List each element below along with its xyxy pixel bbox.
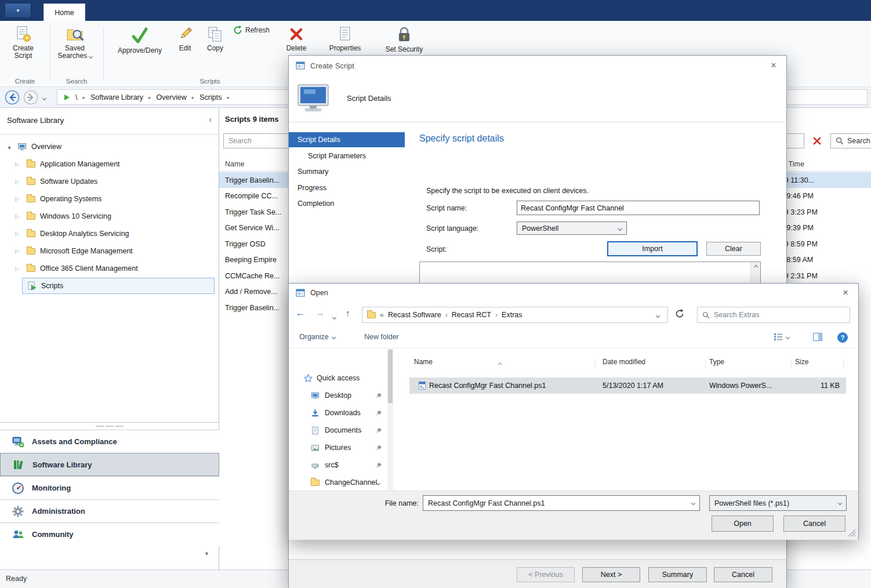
dialog-titlebar[interactable]: Create Script [289,56,786,75]
tree-collapsed-icon[interactable]: ▷ [15,213,23,219]
search-input[interactable] [714,311,830,319]
new-folder-button[interactable]: New folder [364,333,399,341]
open-button[interactable]: Open [712,516,774,532]
tree-collapsed-icon[interactable]: ▷ [15,161,23,167]
nav-src-share[interactable]: src$ [289,458,387,473]
column-divider[interactable] [705,360,706,369]
address-breadcrumb[interactable]: « Recast Software › Recast RCT › Extras [362,307,668,323]
tree-item-microsoft-edge-management[interactable]: ▷ Microsoft Edge Management [0,242,219,260]
search-button[interactable]: Search [830,133,871,148]
file-name-combobox[interactable]: Recast ConfigMgr Fast Channel.ps1 [423,495,700,511]
cancel-button[interactable]: Cancel [714,567,772,582]
breadcrumb-scripts[interactable]: Scripts [199,93,222,101]
tree-item-windows-10-servicing[interactable]: ▷ Windows 10 Servicing [0,208,219,225]
wizard-step-script-parameters[interactable]: Script Parameters [289,148,405,164]
column-header-name[interactable]: Name [414,358,433,371]
breadcrumb-overview[interactable]: Overview [157,93,187,101]
breadcrumb-recast-rct[interactable]: Recast RCT [452,311,491,319]
set-security-button[interactable]: Set Security [380,26,428,53]
previous-button[interactable]: < Previous [517,567,575,582]
recent-locations-button[interactable] [333,313,336,321]
clear-search-button[interactable] [808,133,826,148]
nav-quick-access[interactable]: Quick access [289,371,387,386]
column-header-type[interactable]: Type [709,358,724,371]
column-divider[interactable] [843,360,844,369]
wizard-step-completion[interactable]: Completion [289,196,405,211]
properties-button[interactable]: Properties [326,26,364,52]
nav-assets-and-compliance[interactable]: Assets and Compliance [0,430,219,453]
nav-pane-scrollbar[interactable] [387,349,393,491]
nav-documents[interactable]: Documents [289,423,387,438]
tree-collapsed-icon[interactable]: ▷ [15,179,23,184]
wizard-step-progress[interactable]: Progress [289,180,405,195]
back-button[interactable]: ← [296,308,305,318]
back-button[interactable] [5,90,20,105]
refresh-button[interactable]: Refresh [233,26,270,35]
column-divider[interactable] [791,360,792,369]
nav-pictures[interactable]: Pictures [289,440,387,455]
close-button[interactable]: × [761,56,786,75]
tree-collapsed-icon[interactable]: ▷ [15,266,23,271]
forward-button[interactable] [23,90,38,105]
saved-searches-button[interactable]: Saved Searches [53,26,96,60]
wizard-step-summary[interactable]: Summary [289,164,405,179]
tree-item-software-updates[interactable]: ▷ Software Updates [0,173,219,190]
tree-expanded-icon[interactable]: ▼ [6,143,15,151]
tree-item-office-365-client-management[interactable]: ▷ Office 365 Client Management [0,260,219,277]
script-name-input[interactable] [517,201,760,215]
breadcrumb-extras[interactable]: Extras [502,311,522,319]
breadcrumb-root[interactable]: \ [75,93,77,101]
tree-item-desktop-analytics-servicing[interactable]: ▷ Desktop Analytics Servicing [0,225,219,242]
tree-collapsed-icon[interactable]: ▷ [15,231,23,237]
view-mode-button[interactable] [774,333,789,341]
approve-deny-button[interactable]: Approve/Deny [112,26,167,55]
column-header-name[interactable]: Name [225,160,244,168]
tree-item-application-management[interactable]: ▷ Application Management [0,155,219,173]
nav-monitoring[interactable]: Monitoring [0,476,219,499]
nav-desktop[interactable]: Desktop [289,388,387,403]
tree-item-overview[interactable]: ▼ Overview [0,138,219,155]
breadcrumb-overflow-icon[interactable]: « [380,311,384,319]
file-row[interactable]: Recast ConfigMgr Fast Channel.ps1 5/13/2… [409,378,846,394]
nav-software-library[interactable]: Software Library [0,453,219,476]
tree-item-scripts[interactable]: Scripts [22,278,215,294]
tree-item-operating-systems[interactable]: ▷ Operating Systems [0,190,219,208]
address-dropdown-button[interactable] [656,311,659,319]
wizard-step-script-details[interactable]: Script Details [289,132,405,147]
help-button[interactable]: ? [837,332,848,343]
clear-button[interactable]: Clear [706,242,761,256]
nav-community[interactable]: Community [0,522,219,546]
edit-button[interactable]: Edit [172,26,198,52]
organize-button[interactable]: Organize [299,333,335,341]
column-header-date-modified[interactable]: Date modified [603,358,645,371]
breadcrumb-recast-software[interactable]: Recast Software [388,311,441,319]
copy-button[interactable]: Copy [201,26,230,52]
collapse-pane-button[interactable]: ‹ [209,115,212,124]
tab-home[interactable]: Home [43,3,85,21]
dialog-titlebar[interactable]: Open [289,284,858,302]
tree-collapsed-icon[interactable]: ▷ [15,196,23,202]
search-box[interactable] [697,307,850,323]
tree-collapsed-icon[interactable]: ▷ [15,248,23,254]
create-script-button[interactable]: Create Script [3,26,43,60]
column-header-size[interactable]: Size [795,358,808,371]
next-button[interactable]: Next > [582,567,640,582]
file-type-combobox[interactable]: PowerShell files (*.ps1) [709,495,847,511]
refresh-button[interactable] [675,309,684,320]
close-button[interactable]: × [833,284,858,302]
preview-pane-button[interactable] [813,333,822,341]
delete-button[interactable]: Delete [282,26,311,52]
forward-button[interactable]: → [315,308,325,318]
resize-grip[interactable] [848,529,856,537]
nav-overflow-button[interactable]: ▼ [204,551,209,557]
import-button[interactable]: Import [607,241,698,256]
up-button[interactable]: ↑ [346,308,350,318]
summary-button[interactable]: Summary [648,567,707,582]
breadcrumb-software-library[interactable]: Software Library [90,93,143,101]
app-menu-button[interactable]: ▼ [5,3,31,18]
cancel-button[interactable]: Cancel [783,516,845,532]
scroll-up-button[interactable] [751,262,761,272]
history-dropdown-button[interactable] [43,96,46,101]
script-language-select[interactable]: PowerShell [517,222,627,235]
nav-changechannel[interactable]: ChangeChannel [289,475,387,490]
